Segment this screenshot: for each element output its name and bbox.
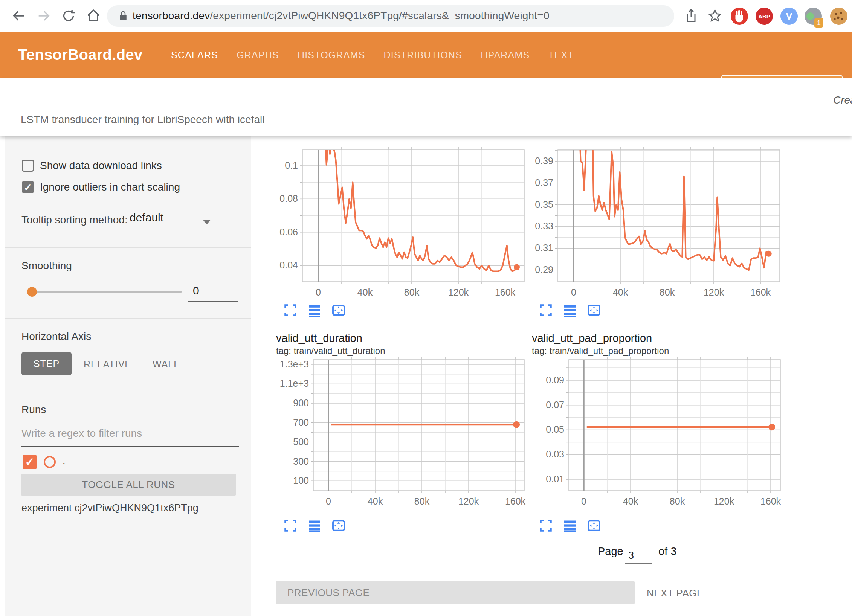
forward-icon[interactable]: [36, 8, 51, 23]
x-axis-tick-label: 40k: [358, 496, 392, 507]
tab-hparams[interactable]: HPARAMS: [481, 50, 530, 61]
chart-actions: [284, 303, 345, 317]
chart-tag: tag: train/valid_utt_pad_proportion: [532, 346, 669, 356]
y-axis-tick-label: 900: [271, 398, 309, 409]
tensorboard-header: TensorBoard.dev SCALARS GRAPHS HISTOGRAM…: [0, 32, 852, 78]
show-download-links-checkbox[interactable]: [22, 160, 34, 172]
chevron-down-icon[interactable]: [203, 220, 211, 224]
page-input-underline: [625, 563, 652, 564]
axis-step-button[interactable]: STEP: [21, 352, 72, 375]
x-axis-tick-label: 160k: [744, 287, 777, 298]
page-label: Page: [598, 545, 623, 558]
fit-data-icon[interactable]: [332, 303, 345, 317]
runs-selector-icon[interactable]: [563, 303, 577, 317]
fullscreen-icon[interactable]: [539, 303, 553, 317]
y-axis-tick-label: 0.35: [516, 199, 553, 210]
tab-histograms[interactable]: HISTOGRAMS: [298, 50, 365, 61]
chart-actions: [539, 303, 601, 317]
ignore-outliers-checkbox[interactable]: ✓: [22, 181, 34, 193]
chart-actions: [284, 519, 345, 532]
fullscreen-icon[interactable]: [539, 519, 553, 532]
chart-plot-3[interactable]: 0.010.030.050.070.09040k80k120k160k: [569, 360, 780, 491]
axis-relative-button[interactable]: RELATIVE: [84, 359, 131, 370]
fit-data-icon[interactable]: [332, 519, 345, 532]
smoothing-value-input[interactable]: 0: [193, 284, 199, 297]
x-axis-tick-label: 40k: [348, 287, 382, 298]
tooltip-sorting-underline: [128, 230, 220, 230]
tooltip-sorting-label: Tooltip sorting method:: [21, 214, 128, 226]
axis-wall-button[interactable]: WALL: [153, 359, 179, 370]
y-axis-tick-label: 0.37: [516, 177, 553, 188]
reload-icon[interactable]: [61, 8, 76, 23]
y-axis-tick-label: 0.29: [516, 264, 553, 275]
runs-selector-icon[interactable]: [308, 303, 321, 317]
abp-extension-icon[interactable]: ABP: [756, 8, 773, 25]
x-axis-tick-label: 40k: [614, 496, 647, 507]
y-axis-tick-label: 0.33: [516, 221, 553, 232]
browser-toolbar: tensorboard.dev/experiment/cj2vtPiwQHKN9…: [0, 0, 852, 32]
smoothing-slider[interactable]: [30, 291, 182, 293]
tensorboard-logo[interactable]: TensorBoard.dev: [18, 46, 143, 63]
share-icon[interactable]: [684, 8, 699, 23]
back-icon[interactable]: [11, 8, 26, 23]
url-text[interactable]: tensorboard.dev/experiment/cj2vtPiwQHKN9…: [133, 10, 550, 22]
tooltip-sorting-select[interactable]: default: [130, 211, 163, 224]
url-domain: tensorboard.dev: [133, 10, 210, 21]
next-page-button[interactable]: NEXT PAGE: [647, 587, 704, 599]
y-axis-tick-label: 0.03: [527, 449, 564, 460]
y-axis-tick-label: 0.01: [527, 474, 564, 485]
experiment-name: experiment cj2vtPiwQHKN9Q1tx6PTpg: [21, 502, 198, 514]
tab-scalars[interactable]: SCALARS: [171, 50, 218, 61]
chart-plot-2[interactable]: 1003005007009001.1e+31.3e+3040k80k120k16…: [313, 360, 524, 491]
y-axis-tick-label: 100: [271, 475, 309, 486]
fullscreen-icon[interactable]: [284, 303, 297, 317]
y-axis-tick-label: 0.1: [260, 160, 298, 171]
smoothing-slider-thumb[interactable]: [27, 287, 37, 297]
runs-selector-icon[interactable]: [308, 519, 321, 532]
green-dot: [806, 12, 814, 20]
chart-actions: [539, 519, 601, 532]
run-name: .: [63, 455, 66, 467]
home-icon[interactable]: [86, 8, 101, 23]
x-axis-tick-label: 0: [557, 287, 591, 298]
cookie-extension-icon[interactable]: [830, 8, 847, 25]
y-axis-tick-label: 300: [271, 456, 309, 467]
run-checkbox[interactable]: ✓: [23, 455, 37, 469]
smoothing-label: Smoothing: [21, 260, 72, 272]
chart-title: valid_utt_pad_proportion: [532, 332, 652, 345]
runs-selector-icon[interactable]: [563, 519, 577, 532]
url-path: /experiment/cj2vtPiwQHKN9Q1tx6PTpg/#scal…: [210, 10, 549, 21]
y-axis-tick-label: 0.31: [516, 242, 553, 253]
fit-data-icon[interactable]: [587, 303, 601, 317]
chart-plot-0[interactable]: 0.040.060.080.1040k80k120k160k: [302, 150, 524, 282]
bookmark-star-icon[interactable]: [707, 8, 722, 23]
runs-filter-input[interactable]: Write a regex to filter runs: [21, 427, 142, 439]
tab-bar: SCALARS GRAPHS HISTOGRAMS DISTRIBUTIONS …: [171, 32, 574, 78]
extension-badge: 1: [814, 18, 823, 28]
run-color-swatch[interactable]: [44, 456, 56, 468]
previous-page-button[interactable]: PREVIOUS PAGE: [276, 581, 635, 604]
fit-data-icon[interactable]: [587, 519, 601, 532]
y-axis-tick-label: 500: [271, 436, 309, 447]
y-axis-tick-label: 0.04: [260, 260, 298, 271]
tab-text[interactable]: TEXT: [548, 50, 574, 61]
fullscreen-icon[interactable]: [284, 519, 297, 532]
divider: [5, 393, 251, 393]
runs-label: Runs: [21, 404, 46, 416]
y-axis-tick-label: 700: [271, 417, 309, 428]
adblock-hand-extension-icon[interactable]: [731, 8, 748, 25]
chart-plot-1[interactable]: 0.290.310.330.350.370.39040k80k120k160k: [558, 150, 780, 282]
chart-title: valid_utt_duration: [276, 332, 362, 345]
page-number-input[interactable]: 3: [628, 550, 634, 561]
x-axis-tick-label: 80k: [405, 496, 439, 507]
profile-extension-icon[interactable]: 1: [805, 8, 822, 25]
x-axis-tick-label: 160k: [754, 496, 788, 507]
y-axis-tick-label: 1.1e+3: [271, 378, 309, 389]
y-axis-tick-label: 0.05: [527, 424, 564, 435]
v-extension-icon[interactable]: V: [780, 8, 798, 25]
toggle-all-runs-button[interactable]: TOGGLE ALL RUNS: [21, 474, 236, 496]
tab-distributions[interactable]: DISTRIBUTIONS: [384, 50, 463, 61]
tab-graphs[interactable]: GRAPHS: [237, 50, 279, 61]
created-text-clipped: Crea: [833, 94, 852, 106]
abp-label: ABP: [758, 13, 770, 20]
